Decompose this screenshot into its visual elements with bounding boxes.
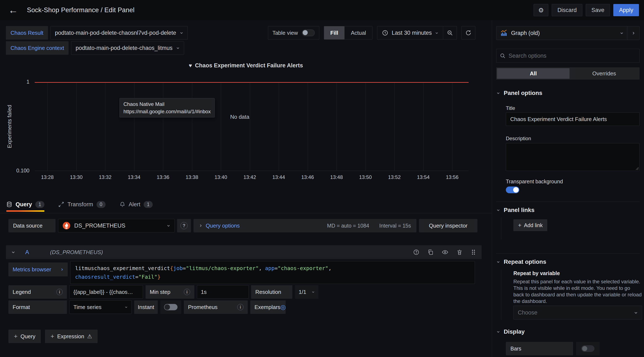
promql-expression[interactable]: litmuschaos_experiment_verdict{job="litm… bbox=[70, 261, 475, 284]
grafana-edit-panel: ← Sock-Shop Performance / Edit Panel ⚙ D… bbox=[0, 0, 644, 357]
promql-token: "Fail" bbox=[138, 274, 157, 280]
question-icon: ? bbox=[180, 222, 188, 229]
x-tick-label: 13:36 bbox=[157, 174, 169, 180]
tab-transform[interactable]: Transform 0 bbox=[58, 201, 106, 209]
back-arrow-icon[interactable]: ← bbox=[8, 5, 18, 15]
tab-overrides[interactable]: Overrides bbox=[570, 68, 639, 79]
repeat-variable-select[interactable]: Choose bbox=[514, 306, 642, 319]
metrics-browser-button[interactable]: Metrics browser bbox=[8, 262, 68, 276]
alert-threshold-line bbox=[35, 82, 468, 83]
fill-option[interactable]: Fill bbox=[324, 26, 345, 39]
panel-options-sidebar: Graph (old) Search options All Overrides… bbox=[492, 20, 644, 357]
info-icon: i bbox=[237, 304, 244, 310]
instant-toggle[interactable] bbox=[160, 300, 181, 314]
metrics-browser-label: Metrics browser bbox=[12, 266, 51, 273]
transparent-background-toggle[interactable] bbox=[506, 186, 519, 193]
section-panel-links[interactable]: Panel links bbox=[496, 207, 534, 213]
variable-row-chaos-result: Chaos Result podtato-main-pod-delete-cha… bbox=[6, 26, 188, 40]
promql-token: "litmus/chaos-exporter" bbox=[186, 265, 259, 271]
tab-all[interactable]: All bbox=[497, 68, 570, 79]
format-select[interactable]: Time series bbox=[70, 300, 132, 314]
promql-token: = bbox=[274, 265, 278, 271]
apply-button[interactable]: Apply bbox=[613, 4, 639, 16]
refresh-button[interactable] bbox=[462, 26, 475, 40]
panel-toolbar: Table view Fill Actual Last 30 minutes bbox=[268, 26, 475, 40]
section-display[interactable]: Display bbox=[496, 328, 525, 335]
add-query-button[interactable]: + Query bbox=[8, 330, 41, 343]
time-range-picker[interactable]: Last 30 minutes bbox=[377, 30, 443, 36]
prometheus-icon bbox=[62, 222, 70, 230]
duplicate-icon[interactable] bbox=[427, 249, 434, 255]
plus-icon: + bbox=[518, 222, 522, 229]
tab-query[interactable]: Query 1 bbox=[6, 201, 44, 209]
interval-text: Interval = 15s bbox=[379, 223, 411, 229]
query-editor-row: A (DS_PROMETHEUS) Metrics browser litmus… bbox=[6, 245, 482, 316]
visualization-current: Graph (old) bbox=[496, 26, 627, 40]
no-data-message: No data bbox=[219, 114, 261, 120]
help-icon[interactable] bbox=[413, 249, 420, 255]
variable-label-chaos-engine: Chaos Engine context bbox=[6, 41, 68, 55]
section-panel-options[interactable]: Panel options bbox=[496, 90, 542, 96]
query-ref-datasource: (DS_PROMETHEUS) bbox=[50, 249, 103, 255]
query-inspector-button[interactable]: Query inspector bbox=[419, 219, 478, 232]
panel-description-textarea[interactable] bbox=[506, 143, 640, 171]
divider bbox=[0, 213, 492, 213]
section-repeat-options[interactable]: Repeat options bbox=[496, 258, 546, 265]
tab-alert[interactable]: Alert 1 bbox=[120, 201, 153, 209]
search-options-input[interactable]: Search options bbox=[496, 49, 640, 63]
format-label-text: Format bbox=[12, 304, 30, 310]
visualization-picker[interactable]: Graph (old) bbox=[496, 26, 640, 40]
header-bar: ← Sock-Shop Performance / Edit Panel ⚙ D… bbox=[0, 0, 644, 20]
collapse-options-button[interactable] bbox=[627, 26, 639, 40]
query-row-header[interactable]: A (DS_PROMETHEUS) bbox=[6, 245, 482, 259]
add-link-button[interactable]: + Add link bbox=[514, 219, 547, 231]
tooltip-link-title[interactable]: Chaos Native Mail bbox=[124, 100, 211, 108]
zoom-out-button[interactable] bbox=[443, 26, 456, 39]
legend-input[interactable]: {{app_label}} - {{chaos… bbox=[70, 285, 143, 299]
actual-option[interactable]: Actual bbox=[344, 26, 372, 39]
toggle-knob bbox=[164, 304, 170, 310]
tooltip-link-url[interactable]: https://mail.google.com/mail/u/1/#inbox bbox=[124, 108, 211, 115]
panel-title-input[interactable]: Chaos Experiment Verdict Failure Alerts bbox=[506, 112, 640, 126]
transparent-background-label: Transparent background bbox=[506, 179, 563, 185]
exemplars-field[interactable]: Exemplars ◎ bbox=[250, 300, 286, 314]
exemplars-label-text: Exemplars bbox=[254, 304, 280, 310]
bars-toggle[interactable] bbox=[576, 342, 600, 355]
datasource-help-button[interactable]: ? bbox=[177, 219, 191, 232]
datasource-picker[interactable]: DS_PROMETHEUS bbox=[58, 219, 174, 232]
prometheus-label-text: Prometheus bbox=[188, 304, 218, 310]
drag-handle-icon[interactable] bbox=[471, 249, 476, 255]
variable-select-chaos-result[interactable]: podtato-main-pod-delete-chaosnl7vd-pod-d… bbox=[50, 26, 188, 40]
tab-count-badge: 1 bbox=[144, 201, 153, 208]
gridline bbox=[76, 83, 76, 171]
transform-icon bbox=[58, 201, 64, 207]
x-tick-label: 13:56 bbox=[446, 174, 458, 180]
resolution-select[interactable]: 1/1 bbox=[295, 285, 318, 299]
bars-label: Bars bbox=[506, 342, 573, 355]
chart-plot[interactable] bbox=[35, 83, 468, 171]
promql-token: = bbox=[183, 265, 186, 271]
add-expression-button[interactable]: + Expression ⚠ bbox=[45, 330, 98, 343]
promql-token: chaosresult_verdict bbox=[75, 274, 135, 280]
gear-icon: ⚙ bbox=[538, 7, 544, 14]
x-tick-label: 13:30 bbox=[70, 174, 82, 180]
panel-settings-button[interactable]: ⚙ bbox=[534, 4, 548, 16]
y-axis-label: Experiments failed bbox=[6, 82, 14, 171]
min-step-input[interactable]: 1s bbox=[197, 285, 248, 299]
chevron-down-icon[interactable] bbox=[11, 250, 15, 254]
x-tick-label: 13:46 bbox=[301, 174, 314, 180]
query-options-collapsible[interactable]: Query options MD = auto = 1084 Interval … bbox=[194, 219, 416, 232]
variable-select-chaos-engine[interactable]: podtato-main-pod-delete-chaos_litmus bbox=[71, 41, 184, 55]
table-view-toggle[interactable] bbox=[302, 30, 315, 36]
chevron-down-icon bbox=[180, 31, 183, 35]
chart-panel-title[interactable]: ♥ Chaos Experiment Verdict Failure Alert… bbox=[0, 62, 492, 69]
trash-icon[interactable] bbox=[456, 249, 463, 255]
eye-icon[interactable] bbox=[442, 249, 448, 255]
chevron-right-icon bbox=[632, 31, 635, 35]
resize-handle-icon[interactable] bbox=[635, 167, 638, 170]
save-button[interactable]: Save bbox=[586, 4, 610, 16]
discard-button[interactable]: Discard bbox=[552, 4, 582, 16]
header-actions: ⚙ Discard Save Apply bbox=[534, 4, 639, 16]
refresh-icon bbox=[465, 30, 472, 36]
datasource-label: Data source bbox=[8, 219, 56, 232]
